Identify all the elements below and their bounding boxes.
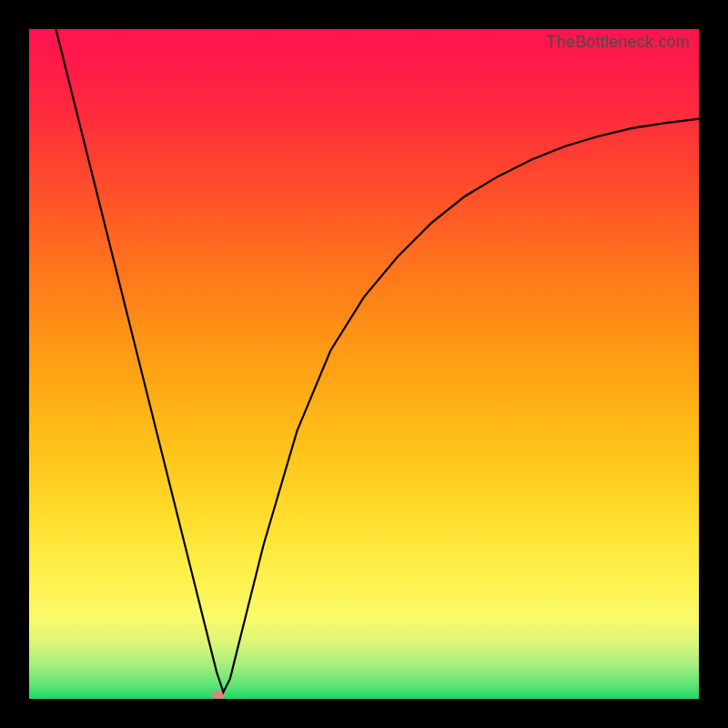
plot-area: TheBottleneck.com [29,29,699,699]
bottleneck-curve [56,29,699,693]
curve-layer [29,29,699,699]
chart-frame: TheBottleneck.com [0,0,728,728]
watermark-text: TheBottleneck.com [547,33,690,52]
